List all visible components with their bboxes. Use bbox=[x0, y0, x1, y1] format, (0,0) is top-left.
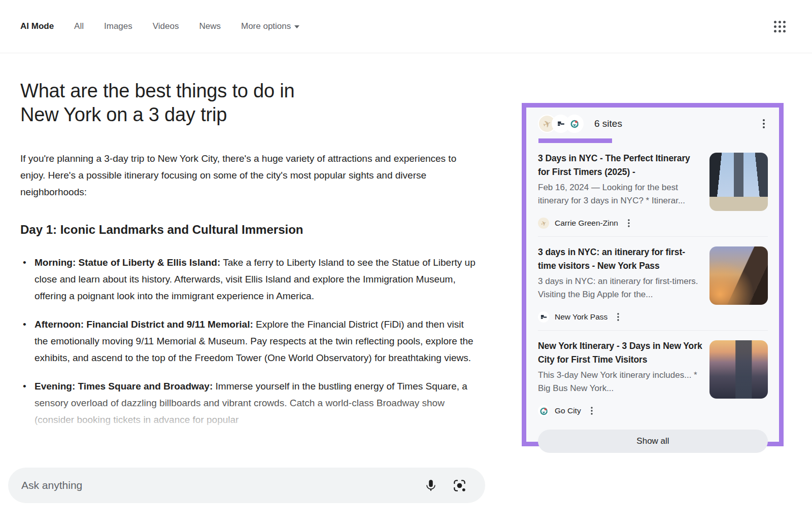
bullet-lead: Afternoon: Financial District and 9/11 M… bbox=[35, 319, 253, 330]
source-card-title[interactable]: 3 Days in NYC - The Perfect Itinerary fo… bbox=[538, 152, 702, 179]
chevron-down-icon bbox=[294, 25, 299, 28]
lens-button[interactable] bbox=[449, 475, 470, 496]
plane-favicon-icon: ✈ bbox=[538, 218, 549, 229]
ai-answer-column: What are the best things to do in New Yo… bbox=[20, 71, 492, 440]
source-card-snippet: Feb 16, 2024 — Looking for the best itin… bbox=[538, 181, 702, 207]
bullet-lead: Evening: Times Square and Broadway: bbox=[35, 381, 213, 392]
more-vert-icon bbox=[763, 119, 765, 128]
go-city-favicon-icon bbox=[538, 405, 549, 416]
source-card-thumbnail[interactable] bbox=[709, 340, 768, 399]
mic-button[interactable] bbox=[420, 475, 442, 496]
show-all-button[interactable]: Show all bbox=[538, 430, 768, 453]
card-menu-button[interactable] bbox=[616, 311, 621, 323]
tab-all[interactable]: All bbox=[74, 21, 84, 31]
source-card[interactable]: New York Itinerary - 3 Days in New York … bbox=[538, 331, 768, 424]
source-site-name: Carrie Green-Zinn bbox=[555, 219, 618, 228]
show-all-label: Show all bbox=[636, 436, 669, 446]
new-york-pass-favicon-icon bbox=[538, 311, 549, 323]
sites-count-label: 6 sites bbox=[594, 118, 622, 129]
source-card[interactable]: 3 days in NYC: an itinerary for first-ti… bbox=[538, 237, 768, 330]
tab-label: Images bbox=[104, 21, 132, 31]
source-card[interactable]: 3 Days in NYC - The Perfect Itinerary fo… bbox=[538, 143, 768, 236]
sources-panel: ✈ 6 sites bbox=[526, 108, 779, 453]
source-card-snippet: This 3-day New York itinerary includes..… bbox=[538, 369, 702, 395]
itinerary-bullet-morning: Morning: Statue of Liberty & Ellis Islan… bbox=[35, 254, 477, 304]
bullet-lead: Morning: Statue of Liberty & Ellis Islan… bbox=[35, 257, 220, 268]
itinerary-bullet-evening: Evening: Times Square and Broadway: Imme… bbox=[35, 378, 477, 428]
mic-icon bbox=[424, 479, 437, 492]
search-tabs-bar: AI Mode All Images Videos News More opti… bbox=[0, 0, 812, 53]
panel-menu-button[interactable] bbox=[761, 117, 767, 130]
tab-label: Videos bbox=[153, 21, 179, 31]
lens-icon bbox=[453, 479, 466, 492]
card-menu-button[interactable] bbox=[589, 405, 594, 416]
tab-label: News bbox=[199, 21, 221, 31]
ask-input[interactable] bbox=[20, 479, 413, 492]
tab-images[interactable]: Images bbox=[104, 21, 132, 31]
go-city-favicon-icon bbox=[565, 115, 584, 133]
ask-anything-bar bbox=[8, 468, 485, 503]
source-site-name: Go City bbox=[555, 406, 581, 415]
card-menu-button[interactable] bbox=[626, 218, 631, 229]
source-card-snippet: 3 days in NYC: an itinerary for first-ti… bbox=[538, 275, 702, 301]
apps-launcher-button[interactable] bbox=[769, 16, 790, 37]
highlight-underline bbox=[538, 138, 612, 143]
tab-more-options[interactable]: More options bbox=[241, 21, 299, 31]
answer-intro: If you're planning a 3-day trip to New Y… bbox=[20, 150, 477, 200]
apps-grid-icon bbox=[774, 21, 786, 32]
tab-label: AI Mode bbox=[20, 21, 54, 31]
source-card-thumbnail[interactable] bbox=[709, 246, 768, 305]
tab-label: All bbox=[74, 21, 84, 31]
itinerary-bullet-afternoon: Afternoon: Financial District and 9/11 M… bbox=[35, 316, 477, 366]
day1-heading: Day 1: Iconic Landmarks and Cultural Imm… bbox=[20, 223, 492, 237]
tab-news[interactable]: News bbox=[199, 21, 221, 31]
tab-ai-mode[interactable]: AI Mode bbox=[20, 21, 54, 31]
sources-panel-header[interactable]: ✈ 6 sites bbox=[538, 115, 768, 133]
tab-label: More options bbox=[241, 21, 291, 31]
itinerary-list: Morning: Statue of Liberty & Ellis Islan… bbox=[20, 254, 492, 428]
source-site-name: New York Pass bbox=[555, 312, 607, 322]
source-favicon-cluster: ✈ bbox=[538, 115, 584, 133]
tab-videos[interactable]: Videos bbox=[153, 21, 179, 31]
source-card-title[interactable]: 3 days in NYC: an itinerary for first-ti… bbox=[538, 245, 702, 273]
source-card-thumbnail[interactable] bbox=[709, 153, 768, 211]
query-heading: What are the best things to do in New Yo… bbox=[20, 79, 304, 127]
sources-panel-highlight: ✈ 6 sites bbox=[522, 103, 784, 446]
source-card-title[interactable]: New York Itinerary - 3 Days in New York … bbox=[538, 339, 702, 367]
